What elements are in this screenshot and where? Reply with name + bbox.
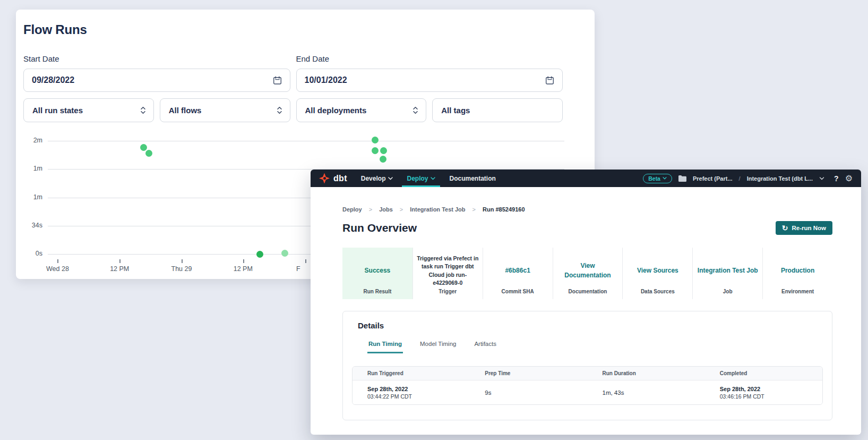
environment-card: Production Environment (762, 248, 832, 299)
tab-artifacts[interactable]: Artifacts (473, 341, 497, 353)
dbt-navbar: dbt Develop Deploy Documentation Beta Pr… (311, 170, 861, 187)
breadcrumb-jobs[interactable]: Jobs (379, 206, 393, 213)
chart-gridline (48, 141, 564, 141)
flow-run-point[interactable] (145, 150, 152, 157)
table-row: Sep 28th, 2022 03:44:22 PM CDT 9s 1m, 43… (353, 380, 822, 404)
flows-filter[interactable]: All flows (160, 98, 290, 122)
trigger-card: Triggered via Prefect in task run Trigge… (412, 248, 483, 299)
details-panel: Details Run Timing Model Timing Artifact… (342, 311, 832, 420)
details-title: Details (343, 321, 832, 330)
screen: Flow Runs Start Date 09/28/2022 End Date… (0, 0, 868, 440)
breadcrumb-separator: > (472, 206, 476, 213)
x-axis-tick-label: Thu 29 (160, 265, 203, 273)
commit-sha-card: #6b86c1 Commit SHA (483, 248, 553, 299)
flow-run-point[interactable] (372, 137, 379, 143)
flow-run-point[interactable] (281, 250, 288, 257)
chevron-down-icon (388, 177, 393, 180)
run-result-value: Success (365, 253, 391, 289)
breadcrumb-separator: > (400, 206, 403, 213)
documentation-card: View Documentation Documentation (553, 248, 623, 299)
filters-row: All run states All flows All deployments… (23, 98, 563, 122)
run-triggered-cell: Sep 28th, 2022 03:44:22 PM CDT (353, 386, 470, 400)
nav-develop[interactable]: Develop (361, 170, 393, 187)
y-axis-tick-label: 2m (16, 137, 42, 144)
x-axis-tick (57, 259, 58, 263)
flow-run-point[interactable] (140, 144, 147, 151)
y-axis-tick-label: 34s (16, 222, 42, 229)
date-filter-row: Start Date 09/28/2022 End Date 10/01/202… (23, 54, 563, 92)
chevron-down-icon[interactable] (819, 177, 824, 180)
account-project-separator: / (739, 175, 741, 182)
end-date-input[interactable]: 10/01/2022 (296, 69, 563, 92)
account-selector[interactable]: Prefect (Part... (693, 175, 733, 182)
beta-dropdown[interactable]: Beta (643, 174, 672, 183)
x-axis-tick-label: 12 PM (222, 265, 264, 273)
x-axis-tick-label: Wed 28 (36, 265, 79, 273)
start-date-value: 09/28/2022 (32, 75, 74, 85)
environment-link[interactable]: Production (781, 253, 814, 289)
rerun-now-button[interactable]: ↻ Re-run Now (776, 221, 832, 235)
start-date-input[interactable]: 09/28/2022 (23, 69, 290, 92)
table-header-row: Run Triggered Prep Time Run Duration Com… (353, 367, 822, 380)
run-timing-table: Run Triggered Prep Time Run Duration Com… (352, 366, 823, 405)
x-axis-tick (243, 259, 244, 263)
x-axis-tick (305, 259, 306, 263)
breadcrumb-deploy[interactable]: Deploy (342, 206, 362, 213)
view-sources-link[interactable]: View Sources (637, 253, 678, 289)
run-result-card: Success Run Result (342, 248, 412, 299)
flow-run-point[interactable] (380, 147, 387, 154)
run-duration-cell: 1m, 43s (588, 390, 705, 396)
up-down-chevron-icon (277, 106, 282, 114)
dbt-logo-icon (319, 173, 330, 184)
dbt-logo-text: dbt (333, 174, 347, 183)
job-link[interactable]: Integration Test Job (698, 253, 758, 289)
flow-run-point[interactable] (372, 147, 379, 154)
trigger-value: Triggered via Prefect in task run Trigge… (417, 253, 479, 289)
project-selector[interactable]: Integration Test (dbt L... (747, 175, 813, 182)
calendar-icon[interactable] (545, 76, 554, 85)
dbt-logo[interactable]: dbt (319, 173, 347, 184)
calendar-icon[interactable] (273, 76, 282, 85)
breadcrumb: Deploy > Jobs > Integration Test Job > R… (342, 206, 832, 213)
start-date-field: Start Date 09/28/2022 (23, 54, 290, 92)
x-axis-tick (119, 259, 121, 263)
folder-icon (678, 175, 686, 182)
nav-documentation[interactable]: Documentation (449, 170, 495, 187)
tab-model-timing[interactable]: Model Timing (419, 341, 457, 353)
dbt-main-content: Deploy > Jobs > Integration Test Job > R… (311, 187, 861, 420)
title-row: Run Overview ↻ Re-run Now (342, 221, 832, 235)
tab-run-timing[interactable]: Run Timing (367, 341, 403, 353)
data-sources-card: View Sources Data Sources (622, 248, 692, 299)
nav-deploy[interactable]: Deploy (407, 170, 435, 187)
completed-cell: Sep 28th, 2022 03:46:16 PM CDT (705, 386, 822, 400)
tags-filter[interactable]: All tags (432, 98, 563, 122)
x-axis-tick (182, 259, 183, 263)
flow-run-point[interactable] (256, 251, 263, 258)
run-states-filter[interactable]: All run states (23, 98, 154, 122)
end-date-field: End Date 10/01/2022 (296, 54, 563, 92)
breadcrumb-separator: > (369, 206, 372, 213)
up-down-chevron-icon (412, 106, 418, 114)
flow-run-point[interactable] (380, 156, 386, 163)
page-title: Run Overview (342, 222, 417, 234)
y-axis-tick-label: 1m (16, 165, 42, 172)
view-documentation-link[interactable]: View Documentation (557, 253, 619, 289)
breadcrumb-job-name[interactable]: Integration Test Job (410, 206, 465, 213)
dbt-cloud-window: dbt Develop Deploy Documentation Beta Pr… (311, 170, 861, 435)
chevron-down-icon (431, 177, 435, 180)
deployments-filter[interactable]: All deployments (296, 98, 427, 122)
help-icon[interactable]: ? (834, 174, 839, 183)
y-axis-tick-label: 0s (16, 250, 42, 257)
up-down-chevron-icon (140, 106, 146, 114)
refresh-icon: ↻ (782, 224, 788, 232)
navbar-right: Beta Prefect (Part... / Integration Test… (643, 174, 853, 183)
chevron-down-icon (663, 177, 667, 180)
end-date-label: End Date (296, 54, 563, 63)
breadcrumb-current-run: Run #85249160 (483, 206, 525, 213)
commit-sha-link[interactable]: #6b86c1 (505, 253, 530, 289)
details-tabs: Run Timing Model Timing Artifacts (343, 341, 832, 353)
job-card: Integration Test Job Job (692, 248, 762, 299)
settings-gear-icon[interactable]: ⚙ (845, 174, 853, 183)
end-date-value: 10/01/2022 (305, 75, 347, 85)
start-date-label: Start Date (23, 54, 290, 63)
